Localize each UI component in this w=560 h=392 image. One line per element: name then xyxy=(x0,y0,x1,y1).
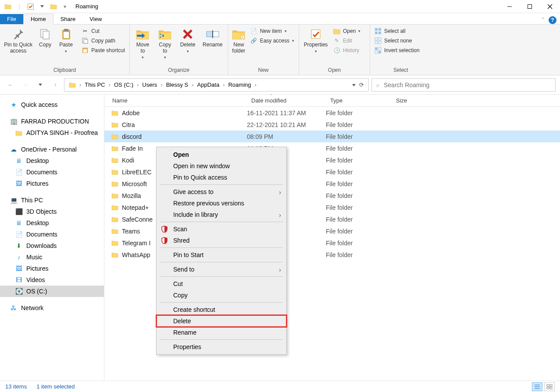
history-button[interactable]: 🕓History xyxy=(332,46,362,54)
refresh-button[interactable]: ⟳ xyxy=(359,81,364,88)
ctx-cut[interactable]: Cut xyxy=(157,278,286,290)
qat-properties-icon[interactable] xyxy=(25,1,36,12)
easy-access-button[interactable]: 🔗Easy access ▾ xyxy=(249,37,296,45)
details-view-button[interactable] xyxy=(532,382,542,391)
nav-music[interactable]: ♪Music xyxy=(0,251,104,263)
select-all-icon xyxy=(375,28,382,35)
properties-button[interactable]: Properties▾ xyxy=(302,26,330,54)
search-input[interactable] xyxy=(384,81,551,88)
forward-button[interactable]: → xyxy=(19,79,32,91)
tab-share[interactable]: Share xyxy=(54,14,83,24)
ctx-rename[interactable]: Rename xyxy=(157,327,286,338)
tab-home[interactable]: Home xyxy=(23,14,54,25)
pin-quick-access-button[interactable]: Pin to Quick access xyxy=(3,26,34,55)
recent-locations-button[interactable] xyxy=(34,79,46,91)
select-none-button[interactable]: Select none xyxy=(373,37,421,45)
breadcrumb-root-icon[interactable] xyxy=(66,82,78,88)
nav-downloads[interactable]: ⬇Downloads xyxy=(0,240,104,251)
file-name: LibreELEC xyxy=(122,169,152,176)
ctx-open-new-window[interactable]: Open in new window xyxy=(157,160,286,172)
close-button[interactable] xyxy=(540,0,560,13)
copy-button[interactable]: Copy xyxy=(36,26,55,49)
ribbon-collapse-icon[interactable]: ˄ xyxy=(542,17,544,23)
ctx-delete[interactable]: Delete xyxy=(157,315,286,327)
ctx-properties[interactable]: Properties xyxy=(157,341,286,353)
crumb-users[interactable]: Users xyxy=(139,81,160,88)
minimize-button[interactable] xyxy=(499,0,520,13)
chevron-right-icon[interactable]: › xyxy=(191,81,194,88)
ctx-open[interactable]: Open xyxy=(157,149,286,160)
ctx-give-access[interactable]: Give access to› xyxy=(157,186,286,198)
ctx-restore-versions[interactable]: Restore previous versions xyxy=(157,198,286,209)
move-to-button[interactable]: Move to▾ xyxy=(132,26,153,60)
nav-quick-access[interactable]: ★Quick access xyxy=(0,99,104,110)
crumb-appdata[interactable]: AppData xyxy=(195,81,222,88)
col-size[interactable]: Size xyxy=(392,95,444,106)
ctx-pin-start[interactable]: Pin to Start xyxy=(157,249,286,261)
col-type[interactable]: Type xyxy=(326,95,392,106)
maximize-button[interactable] xyxy=(520,0,540,13)
nav-videos[interactable]: 🎞Videos xyxy=(0,274,104,286)
nav-network[interactable]: 🖧Network xyxy=(0,302,104,314)
chevron-right-icon[interactable]: › xyxy=(222,81,225,88)
crumb-roaming[interactable]: Roaming xyxy=(225,81,253,88)
nav-3d[interactable]: ⬛3D Objects xyxy=(0,206,104,217)
back-button[interactable]: ← xyxy=(4,79,17,91)
crumb-this-pc[interactable]: This PC xyxy=(82,81,107,88)
col-name[interactable]: Name xyxy=(104,95,247,106)
copy-to-button[interactable]: Copy to▾ xyxy=(155,26,175,60)
paste-shortcut-button[interactable]: Paste shortcut xyxy=(80,46,127,54)
cut-button[interactable]: ✂Cut xyxy=(80,27,127,35)
ctx-scan[interactable]: Scan xyxy=(157,223,286,235)
new-item-button[interactable]: 📄New item ▾ xyxy=(249,27,296,35)
invert-selection-button[interactable]: Invert selection xyxy=(373,46,421,54)
ctx-copy[interactable]: Copy xyxy=(157,290,286,301)
address-dropdown[interactable] xyxy=(352,81,356,88)
chevron-right-icon[interactable]: › xyxy=(136,81,139,88)
ctx-create-shortcut[interactable]: Create shortcut xyxy=(157,304,286,315)
chevron-right-icon[interactable]: › xyxy=(160,81,163,88)
paste-button[interactable]: Paste ▾ xyxy=(57,26,76,54)
table-row[interactable]: Citra22-12-2021 10:21 AMFile folder xyxy=(104,119,560,131)
chevron-right-icon[interactable]: › xyxy=(254,81,257,88)
nav-this-pc[interactable]: 💻This PC xyxy=(0,194,104,206)
tab-file[interactable]: File xyxy=(0,14,23,24)
nav-documents[interactable]: 📄Documents xyxy=(0,229,104,240)
crumb-os[interactable]: OS (C:) xyxy=(111,81,136,88)
select-all-button[interactable]: Select all xyxy=(373,27,421,35)
search-box[interactable]: ⌕ xyxy=(371,78,556,92)
ctx-send-to[interactable]: Send to› xyxy=(157,264,286,275)
up-button[interactable]: ↑ xyxy=(49,79,61,91)
new-folder-button[interactable]: ✦ New folder xyxy=(231,26,247,55)
nav-os-c[interactable]: 💽OS (C:) xyxy=(0,286,104,297)
qat-dropdown[interactable] xyxy=(37,1,47,12)
crumb-user[interactable]: Blessy S xyxy=(164,81,191,88)
ctx-shred[interactable]: Shred xyxy=(157,235,286,246)
thumbnails-view-button[interactable] xyxy=(544,382,555,391)
table-row[interactable]: discord08:09 PMFile folder xyxy=(104,131,560,142)
ctx-pin-quick-access[interactable]: Pin to Quick access xyxy=(157,172,286,183)
nav-od-documents[interactable]: 📄Documents xyxy=(0,166,104,178)
rename-button[interactable]: Rename xyxy=(200,26,225,49)
copy-path-button[interactable]: Copy path xyxy=(80,37,127,45)
col-date[interactable]: Date modified xyxy=(247,95,326,106)
open-button[interactable]: Open ▾ xyxy=(332,27,362,35)
nav-pictures[interactable]: 🖼Pictures xyxy=(0,263,104,274)
breadcrumb[interactable]: › This PC› OS (C:)› Users› Blessy S› App… xyxy=(64,78,369,92)
table-row[interactable]: Adobe16-11-2021 11:37 AMFile folder xyxy=(104,107,560,119)
nav-farrad[interactable]: 🏢FARRAD PRODUCTION xyxy=(0,116,104,127)
nav-desktop[interactable]: 🖥Desktop xyxy=(0,217,104,229)
tab-view[interactable]: View xyxy=(82,14,109,24)
folder-icon xyxy=(111,205,118,210)
qat-overflow[interactable]: ▾ xyxy=(60,1,70,12)
delete-button[interactable]: Delete▾ xyxy=(177,26,199,54)
edit-button[interactable]: ✎Edit xyxy=(332,37,362,45)
nav-od-desktop[interactable]: 🖥Desktop xyxy=(0,155,104,166)
help-icon[interactable]: ? xyxy=(549,16,556,24)
nav-od-pictures[interactable]: 🖼Pictures xyxy=(0,178,104,189)
chevron-right-icon[interactable]: › xyxy=(108,81,111,88)
ctx-include-library[interactable]: Include in library› xyxy=(157,209,286,220)
nav-aditya[interactable]: ADITYA SINGH - Proofrea xyxy=(0,127,104,138)
nav-onedrive[interactable]: ☁OneDrive - Personal xyxy=(0,144,104,155)
chevron-right-icon[interactable]: › xyxy=(78,81,82,88)
